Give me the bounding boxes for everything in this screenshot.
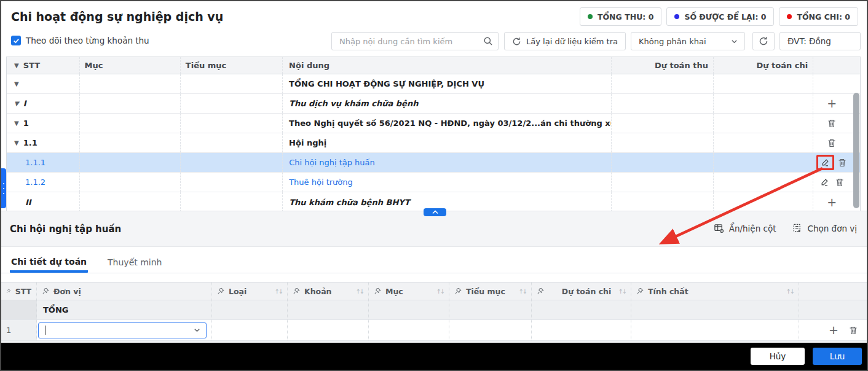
sort-icon[interactable]: ↑↓: [786, 288, 794, 295]
detail-tabs: Chi tiết dự toán Thuyết minh: [1, 247, 867, 273]
hide-show-columns-label: Ẩn/hiện cột: [729, 224, 776, 233]
refresh-icon: [512, 37, 521, 46]
col-tieu-muc: Tiểu mục: [181, 57, 283, 74]
sort-icon[interactable]: ↑↓: [436, 288, 444, 295]
check-icon: [13, 37, 20, 44]
table-row-1[interactable]: ▼1 Theo Nghị quyết số 56/2021 NQ - HĐND,…: [7, 114, 860, 133]
trash-icon: [827, 138, 837, 148]
chevron-up-icon: [432, 210, 438, 214]
pin-icon[interactable]: [293, 287, 300, 295]
row-content: Thu khám chữa bệnh BHYT: [283, 192, 611, 212]
track-per-revenue-checkbox[interactable]: [11, 36, 21, 45]
chevron-down-icon: [193, 326, 201, 334]
total-label: TỔNG: [37, 300, 212, 319]
table-row-1-1[interactable]: ▼1.1 Hội nghị: [7, 133, 860, 153]
col-loai: Loại: [229, 287, 247, 296]
table-row-total[interactable]: ▼ TỔNG CHI HOẠT ĐỘNG SỰ NGHIỆP, DỊCH VỤ: [7, 74, 860, 94]
sort-icon[interactable]: ↑↓: [355, 288, 363, 295]
add-row-button[interactable]: +: [827, 98, 837, 109]
row-content: Thuê hội trường: [283, 173, 611, 192]
sort-icon[interactable]: ↑↓: [618, 288, 626, 295]
edit-row-button[interactable]: [819, 177, 830, 187]
col-tinh-chat: Tính chất: [648, 287, 688, 296]
col-stt: STT: [23, 61, 40, 70]
trash-icon: [837, 158, 847, 168]
add-row-button[interactable]: +: [827, 197, 837, 208]
budget-tree-table: ▼STT Mục Tiểu mục Nội dung Dự toán thu D…: [6, 57, 861, 213]
edit-highlight-box: [816, 155, 834, 170]
trash-icon: [835, 178, 845, 187]
pencil-icon: [819, 177, 830, 187]
col-tieu-muc: Tiểu mục: [466, 287, 505, 296]
side-panel-handle[interactable]: [1, 168, 6, 208]
badge-so-duoc-de-lai-label: SỐ ĐƯỢC ĐỂ LẠI: 0: [684, 12, 766, 21]
col-don-vi: Đơn vị: [53, 287, 81, 296]
pin-icon[interactable]: [374, 287, 381, 295]
delete-row-button[interactable]: [827, 138, 837, 148]
budget-tree-header: ▼STT Mục Tiểu mục Nội dung Dự toán thu D…: [7, 57, 860, 74]
badge-tong-chi-label: TỔNG CHI: 0: [797, 12, 850, 21]
collapse-panel-button[interactable]: [424, 208, 446, 216]
col-du-toan-thu: Dự toán thu: [612, 57, 714, 74]
blue-dot-icon: [674, 14, 679, 19]
sort-icon[interactable]: ↑↓: [518, 288, 526, 295]
vertical-scrollbar[interactable]: [853, 93, 859, 208]
detail-data-row: 1 +: [1, 320, 867, 341]
search-placeholder: Nhập nội dung cần tìm kiếm: [339, 37, 483, 46]
save-button[interactable]: Lưu: [813, 348, 862, 365]
pencil-icon: [820, 157, 831, 168]
pin-icon[interactable]: [454, 287, 462, 295]
unit-combobox[interactable]: [38, 322, 207, 338]
badge-tong-thu-label: TỔNG THU: 0: [598, 12, 653, 21]
table-row-1-1-1-selected[interactable]: 1.1.1 Chi hội nghị tập huấn: [7, 153, 860, 173]
edit-row-button[interactable]: [820, 157, 831, 168]
tab-chi-tiet-du-toan[interactable]: Chi tiết dự toán: [10, 249, 88, 273]
allocation-select-value: Không phân khai: [639, 37, 730, 46]
delete-row-button[interactable]: [827, 119, 837, 128]
allocation-select[interactable]: Không phân khai: [631, 32, 745, 50]
col-stt: STT: [15, 287, 31, 296]
pin-icon[interactable]: [636, 287, 644, 295]
reload-check-data-button[interactable]: Lấy lại dữ liệu kiểm tra: [504, 32, 626, 50]
row-content: Thu dịch vụ khám chữa bệnh: [283, 94, 612, 113]
add-row-button[interactable]: +: [829, 324, 838, 336]
row-content: Chi hội nghị tập huấn: [283, 153, 611, 172]
pin-icon[interactable]: [217, 287, 224, 295]
caret-down-icon[interactable]: ▼: [14, 100, 19, 107]
col-muc: Mục: [80, 57, 181, 74]
search-icon[interactable]: [483, 36, 493, 46]
table-row-I[interactable]: ▼I Thu dịch vụ khám chữa bệnh +: [7, 94, 860, 114]
text-cursor: [45, 326, 45, 335]
detail-total-row: TỔNG: [1, 300, 867, 320]
caret-down-icon[interactable]: ▼: [14, 139, 19, 146]
track-per-revenue-option: Theo dõi theo từng khoản thu: [11, 36, 149, 45]
caret-down-icon[interactable]: ▼: [14, 120, 19, 127]
sort-icon[interactable]: ↑↓: [274, 288, 282, 295]
pin-icon[interactable]: [537, 287, 544, 295]
choose-unit-label: Chọn đơn vị: [807, 224, 857, 233]
trash-icon: [848, 326, 858, 335]
delete-row-button[interactable]: [837, 158, 847, 168]
delete-row-button[interactable]: [848, 326, 858, 335]
refresh-button[interactable]: [752, 32, 775, 50]
refresh-icon: [759, 36, 768, 46]
col-du-toan-chi: Dự toán chi: [714, 57, 813, 74]
caret-down-icon[interactable]: ▼: [14, 62, 19, 69]
badge-tong-chi: TỔNG CHI: 0: [779, 7, 858, 26]
trash-icon: [827, 119, 837, 128]
search-input[interactable]: Nhập nội dung cần tìm kiếm: [331, 32, 499, 50]
footer-bar: Hủy Lưu: [1, 343, 867, 370]
badge-tong-thu: TỔNG THU: 0: [580, 7, 661, 26]
delete-row-button[interactable]: [835, 178, 845, 187]
choose-unit-button[interactable]: Chọn đơn vị: [792, 223, 857, 233]
app-window: Chi hoạt động sự nghiệp dịch vụ TỔNG THU…: [0, 0, 868, 371]
pin-icon[interactable]: [6, 287, 11, 295]
tab-thuyet-minh[interactable]: Thuyết minh: [106, 250, 163, 273]
unit-indicator: ĐVT: Đồng: [779, 32, 861, 50]
pin-icon[interactable]: [42, 287, 49, 295]
caret-down-icon[interactable]: ▼: [14, 80, 19, 87]
track-per-revenue-label: Theo dõi theo từng khoản thu: [26, 36, 149, 45]
hide-show-columns-button[interactable]: Ẩn/hiện cột: [714, 223, 776, 233]
table-row-1-1-2[interactable]: 1.1.2 Thuê hội trường: [7, 173, 860, 192]
cancel-button[interactable]: Hủy: [751, 348, 805, 365]
